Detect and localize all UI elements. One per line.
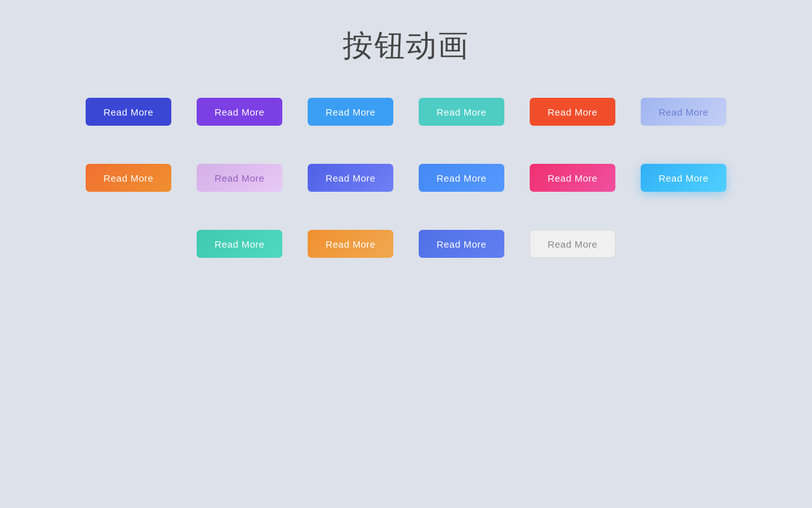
read-more-button-6[interactable]: Read More — [641, 98, 726, 126]
read-more-button-8[interactable]: Read More — [197, 164, 282, 192]
read-more-button-1[interactable]: Read More — [86, 98, 171, 126]
read-more-button-4[interactable]: Read More — [419, 98, 504, 126]
read-more-button-13[interactable]: Read More — [197, 230, 282, 258]
read-more-button-3[interactable]: Read More — [308, 98, 393, 126]
read-more-button-5[interactable]: Read More — [530, 98, 615, 126]
read-more-button-11[interactable]: Read More — [530, 164, 615, 192]
read-more-button-14[interactable]: Read More — [308, 230, 393, 258]
read-more-button-7[interactable]: Read More — [86, 164, 171, 192]
read-more-button-2[interactable]: Read More — [197, 98, 282, 126]
buttons-container: Read More Read More Read More Read More … — [0, 98, 812, 258]
read-more-button-12[interactable]: Read More — [641, 164, 726, 192]
page-title: 按钮动画 — [0, 0, 812, 98]
read-more-button-15[interactable]: Read More — [419, 230, 504, 258]
read-more-button-9[interactable]: Read More — [308, 164, 393, 192]
read-more-button-10[interactable]: Read More — [419, 164, 504, 192]
read-more-button-16[interactable]: Read More — [530, 230, 615, 258]
